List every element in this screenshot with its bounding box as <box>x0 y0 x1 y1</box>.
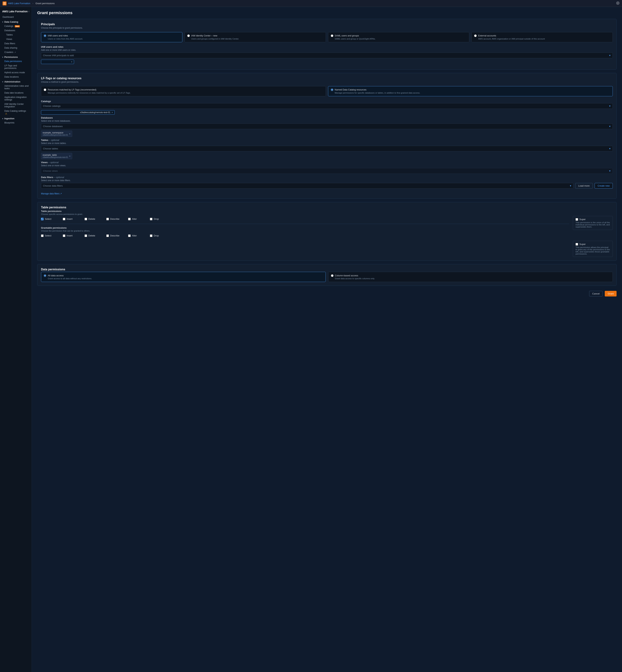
sidebar-section-administration[interactable]: ▼ Administration <box>0 79 32 84</box>
databases-select-wrapper: Choose databases ▼ <box>41 123 613 129</box>
data-perm-all-data-header: All data access <box>44 274 323 277</box>
principal-iam-identity-radio[interactable] <box>187 34 190 37</box>
principal-option-saml[interactable]: SAML users and groups SAML users and gro… <box>328 32 470 42</box>
checkbox-g-describe: Describe <box>106 233 123 238</box>
data-filters-select[interactable]: Choose data filters <box>41 183 574 189</box>
sidebar-item-views[interactable]: Views <box>4 37 32 41</box>
tables-select[interactable]: Choose tables <box>41 146 613 151</box>
views-label-text: Views <box>41 161 48 164</box>
checkbox-g-alter-input[interactable] <box>128 234 131 237</box>
sidebar-collapse-button[interactable]: ‹ <box>29 10 29 13</box>
sidebar-section-data-catalog[interactable]: ▼ Data Catalog <box>0 19 32 24</box>
create-new-button[interactable]: Create new <box>595 183 613 189</box>
data-perm-all-data-radio[interactable] <box>44 274 46 277</box>
checkbox-delete-label: Delete <box>89 218 95 220</box>
data-perm-column-based-desc: Grant data access to specific columns on… <box>331 277 610 279</box>
main-content: Grant permissions Principals Choose the … <box>32 7 622 672</box>
gear-icon[interactable] <box>616 1 619 5</box>
super-checkbox-table[interactable] <box>576 218 578 221</box>
sidebar-item-crawlers[interactable]: Crawlers ↗ <box>2 50 32 54</box>
sidebar-sub-ingestion: Blueprints <box>0 121 32 125</box>
checkbox-insert-input[interactable] <box>63 218 65 220</box>
sidebar-item-tables[interactable]: Tables <box>4 33 32 37</box>
checkbox-g-drop-input[interactable] <box>150 234 152 237</box>
checkbox-drop-input[interactable] <box>150 218 152 220</box>
sidebar-item-lf-tags[interactable]: LF-Tags and permissions <box>2 64 32 70</box>
sidebar-item-data-lake-locations[interactable]: Data lake locations <box>2 91 32 95</box>
principal-saml-header: SAML users and groups <box>331 34 467 37</box>
sidebar-item-hybrid-access[interactable]: Hybrid access mode <box>2 70 32 75</box>
sidebar-item-admin-roles[interactable]: Administrative roles and tasks <box>2 84 32 91</box>
checkbox-g-delete-input[interactable] <box>84 234 87 237</box>
cancel-button[interactable]: Cancel <box>589 291 602 296</box>
checkbox-describe-input[interactable] <box>106 218 109 220</box>
principal-saml-radio[interactable] <box>331 34 333 37</box>
checkbox-g-insert: Insert <box>63 233 79 238</box>
catalogs-select[interactable]: Choose catalogs <box>41 103 613 109</box>
lf-tags-option-named[interactable]: Named Data Catalog resources Manage perm… <box>328 86 613 96</box>
super-desc-grantable: This permission allows the principal to … <box>576 246 610 255</box>
sidebar-item-dashboard[interactable]: Dashboard <box>0 15 32 19</box>
principal-option-iam[interactable]: IAM users and roles Users or roles from … <box>41 32 182 42</box>
principal-external-desc: AWS account, AWS organization or IAM pri… <box>474 38 610 40</box>
lf-tags-lf-radio[interactable] <box>44 88 46 91</box>
principal-option-external[interactable]: External accounts AWS account, AWS organ… <box>472 32 613 42</box>
manage-data-filters-text: Manage data filters <box>41 192 60 195</box>
checkbox-select-input[interactable] <box>41 218 43 220</box>
sidebar-item-catalogs[interactable]: Catalogs New <box>2 24 32 28</box>
grant-button[interactable]: Grant <box>605 291 617 296</box>
lf-tags-card: LF-Tags or catalog resources Choose a me… <box>37 73 617 199</box>
principal-external-radio[interactable] <box>474 34 477 37</box>
checkbox-g-select-input[interactable] <box>41 234 43 237</box>
data-perm-column-based[interactable]: Column-based access Grant data access to… <box>328 272 613 282</box>
sidebar-section-permissions[interactable]: ▼ Permissions <box>0 54 32 59</box>
sidebar-item-data-sharing[interactable]: Data sharing <box>2 46 32 50</box>
lf-tags-named-radio[interactable] <box>331 88 333 91</box>
tables-tags: example_table s3tablescatalog/nemoto-tes… <box>41 153 613 159</box>
lf-tags-title: LF-Tags or catalog resources <box>41 77 613 80</box>
svg-rect-2 <box>3 4 6 4</box>
data-perm-column-based-radio[interactable] <box>331 274 334 277</box>
sidebar-item-data-filters[interactable]: Data filters <box>2 41 32 46</box>
table-perm-hint: Choose specific access permissions to gr… <box>41 213 569 215</box>
principal-option-iam-identity[interactable]: IAM Identity Center – new Users and grou… <box>184 32 326 42</box>
databases-select[interactable]: Choose databases <box>41 123 613 129</box>
super-desc-table: This permission is the union of all the … <box>576 221 610 228</box>
sidebar-item-data-locations[interactable]: Data locations <box>2 75 32 79</box>
sidebar-item-app-integration[interactable]: Application integration settings <box>2 95 32 102</box>
catalog-tag-remove[interactable]: × <box>111 111 113 114</box>
checkbox-g-alter: Alter <box>128 233 144 238</box>
iam-principal-tag-text-input[interactable] <box>43 61 70 63</box>
data-perm-all-data[interactable]: All data access Grant access to all data… <box>41 272 326 282</box>
iam-principal-tag-remove[interactable]: × <box>71 61 72 63</box>
checkbox-alter-input[interactable] <box>128 218 131 220</box>
sidebar-item-databases[interactable]: Databases <box>2 28 32 33</box>
grantable-perm-checkboxes: Select Insert Delete Describe <box>41 233 569 238</box>
topnav-service[interactable]: AWS Lake Formation <box>8 2 30 5</box>
checkbox-delete-input[interactable] <box>84 218 87 220</box>
lf-tags-option-lf[interactable]: Resources matched by LF-Tags (recommende… <box>41 86 326 96</box>
lf-tags-named-label: Named Data Catalog resources <box>335 88 367 91</box>
principals-radio-group: IAM users and roles Users or roles from … <box>41 32 613 42</box>
checkbox-g-describe-input[interactable] <box>106 234 109 237</box>
sidebar-section-ingestion[interactable]: ▼ Ingestion <box>0 116 32 121</box>
iam-principal-tag-input[interactable]: × <box>41 60 74 64</box>
sidebar-item-iam-identity[interactable]: IAM Identity Center integration <box>2 102 32 109</box>
tables-optional-text: – optional <box>49 139 59 142</box>
catalog-tag-input[interactable] <box>43 111 79 114</box>
checkbox-alter-label: Alter <box>132 218 137 220</box>
sidebar-item-blueprints[interactable]: Blueprints <box>2 121 32 125</box>
load-more-button[interactable]: Load more <box>575 183 593 189</box>
super-checkbox-grantable[interactable] <box>576 243 578 246</box>
sidebar-item-data-catalog-settings[interactable]: Data Catalog settings ⚠ <box>2 109 32 116</box>
table-tag-remove[interactable]: × <box>69 155 71 157</box>
principal-iam-radio[interactable] <box>44 34 46 37</box>
checkbox-g-insert-input[interactable] <box>63 234 65 237</box>
database-tag-remove[interactable]: × <box>69 133 71 135</box>
sidebar-title: AWS Lake Formation <box>2 10 28 13</box>
iam-principals-select[interactable]: Choose IAM principals to add <box>41 52 613 58</box>
manage-data-filters-link[interactable]: Manage data filters ↗ <box>41 192 62 195</box>
principal-iam-header: IAM users and roles <box>44 34 180 37</box>
menu-icon[interactable] <box>3 1 6 5</box>
sidebar-item-data-permissions[interactable]: Data permissions <box>2 59 32 64</box>
